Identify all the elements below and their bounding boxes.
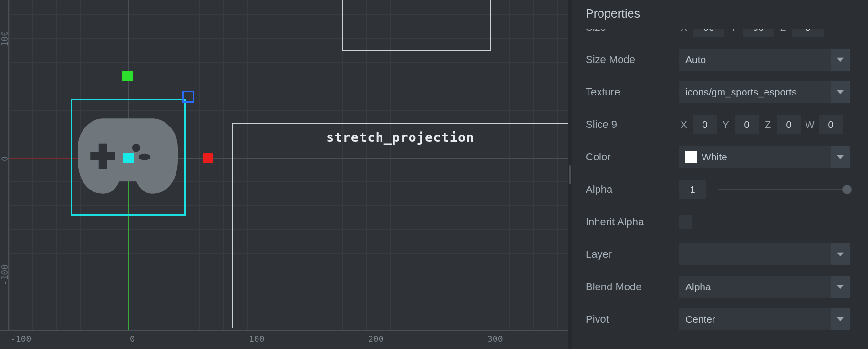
blend-mode-select[interactable]: Alpha <box>679 276 850 298</box>
chevron-down-icon <box>831 243 850 265</box>
ruler-tick: 200 <box>368 334 384 344</box>
pivot-value: Center <box>685 314 715 325</box>
chevron-down-icon <box>831 276 850 298</box>
slice9-y-input[interactable]: 0 <box>735 115 759 134</box>
slice9-w-input[interactable]: 0 <box>819 115 843 134</box>
color-select[interactable]: White <box>679 146 850 168</box>
splitter-handle[interactable] <box>568 0 572 349</box>
row-size-mode: Size Mode Auto <box>572 43 863 76</box>
label-layer: Layer <box>586 248 679 261</box>
ruler-tick: 100 <box>249 334 265 344</box>
row-texture: Texture icons/gm_sports_esports <box>572 76 863 108</box>
size-mode-select[interactable]: Auto <box>679 49 850 71</box>
ruler-tick: 100 <box>0 32 10 47</box>
slider-thumb[interactable] <box>842 185 852 194</box>
svg-point-2 <box>132 144 141 152</box>
inherit-alpha-checkbox[interactable] <box>679 215 692 229</box>
properties-panel: Properties Size X 96 Y 96 Z 0 Size Mode <box>572 0 868 349</box>
ruler-tick: -100 <box>10 334 31 344</box>
label-pivot: Pivot <box>586 313 679 326</box>
chevron-down-icon <box>831 308 850 330</box>
texture-value: icons/gm_sports_esports <box>685 86 796 98</box>
row-alpha: Alpha 1 <box>572 173 863 206</box>
pivot-select[interactable]: Center <box>679 308 850 330</box>
label-size: Size <box>586 29 679 33</box>
node-label: stretch_projection <box>326 130 475 145</box>
axis-label-y: Y <box>728 29 739 33</box>
row-layer: Layer <box>572 238 863 271</box>
ruler-tick: 0 <box>0 152 10 166</box>
svg-point-3 <box>139 154 151 160</box>
size-z-input[interactable]: 0 <box>792 29 824 37</box>
panel-title: Properties <box>572 0 868 29</box>
label-size-mode: Size Mode <box>586 53 679 66</box>
scene-canvas[interactable]: stretch_projection 100 0 -100 -100 0 100… <box>0 0 568 349</box>
size-mode-value: Auto <box>685 54 706 65</box>
alpha-input[interactable]: 1 <box>679 180 706 199</box>
gizmo-handle-y[interactable] <box>122 71 133 81</box>
ruler-vertical: 100 0 -100 <box>0 0 9 349</box>
texture-select[interactable]: icons/gm_sports_esports <box>679 81 850 103</box>
chevron-down-icon <box>831 49 850 71</box>
label-color: Color <box>586 151 679 163</box>
svg-rect-1 <box>90 152 115 160</box>
size-y-input[interactable]: 96 <box>743 29 774 37</box>
gizmo-handle-rotate[interactable] <box>182 91 194 103</box>
axis-label-w: W <box>805 119 815 130</box>
label-alpha: Alpha <box>586 183 679 196</box>
axis-label-x: X <box>679 119 689 130</box>
outline-box-main[interactable] <box>232 123 568 328</box>
row-inherit-alpha: Inherit Alpha <box>572 206 863 238</box>
row-color: Color White <box>572 141 863 173</box>
label-slice9: Slice 9 <box>586 118 679 131</box>
row-pivot: Pivot Center <box>572 303 863 336</box>
chevron-down-icon <box>831 81 850 103</box>
alpha-slider[interactable] <box>718 189 847 190</box>
label-blend-mode: Blend Mode <box>586 281 679 293</box>
slice9-x-input[interactable]: 0 <box>693 115 717 134</box>
axis-label-z: Z <box>778 29 788 33</box>
axis-label-x: X <box>679 29 689 33</box>
row-blend-mode: Blend Mode Alpha <box>572 271 863 303</box>
label-texture: Texture <box>586 86 679 98</box>
size-x-input[interactable]: 96 <box>693 29 724 37</box>
slice9-z-input[interactable]: 0 <box>777 115 801 134</box>
ruler-tick: -100 <box>0 271 10 286</box>
row-size: Size X 96 Y 96 Z 0 <box>572 29 863 43</box>
axis-label-z: Z <box>763 119 773 130</box>
outline-box-top[interactable] <box>342 0 491 51</box>
gizmo-handle-center[interactable] <box>123 153 134 163</box>
blend-mode-value: Alpha <box>685 281 711 293</box>
chevron-down-icon <box>831 146 850 168</box>
row-slice9: Slice 9 X 0 Y 0 Z 0 W 0 <box>572 108 863 141</box>
color-value: White <box>702 151 727 163</box>
ruler-tick: 300 <box>487 334 503 344</box>
axis-label-y: Y <box>721 119 731 130</box>
color-swatch <box>685 151 697 163</box>
layer-select[interactable] <box>679 243 850 265</box>
gizmo-handle-x[interactable] <box>203 153 213 163</box>
ruler-horizontal: -100 0 100 200 300 <box>0 330 568 349</box>
ruler-tick: 0 <box>130 334 135 344</box>
label-inherit-alpha: Inherit Alpha <box>586 216 679 228</box>
